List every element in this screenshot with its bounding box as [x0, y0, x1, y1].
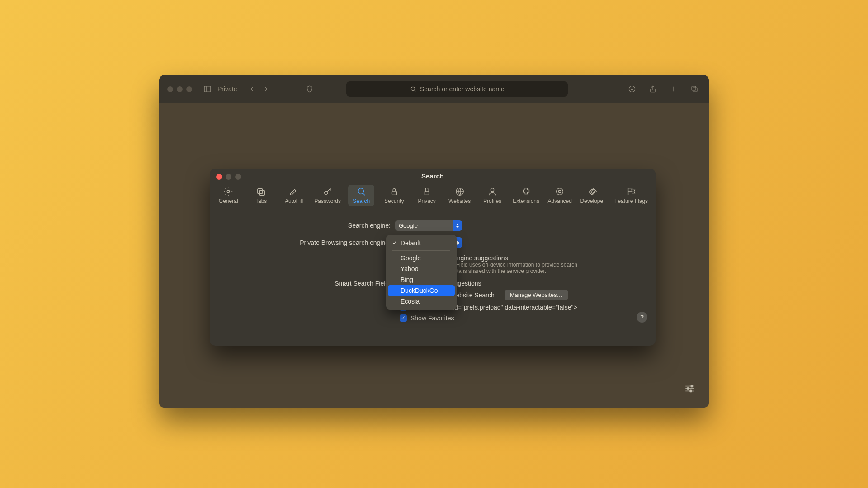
- tab-passwords[interactable]: Passwords: [313, 185, 342, 206]
- smart-search-label: Smart Search Field:: [223, 280, 395, 287]
- address-bar[interactable]: Search or enter website name: [346, 81, 568, 97]
- minimize-window-button[interactable]: [177, 86, 183, 92]
- search-engine-select[interactable]: Google: [395, 220, 462, 231]
- tab-general[interactable]: General: [215, 185, 241, 206]
- tab-security[interactable]: Security: [381, 185, 407, 206]
- forward-button[interactable]: [260, 83, 273, 95]
- svg-rect-0: [204, 86, 211, 92]
- prefs-tabbar: General Tabs AutoFill Passwords Search S…: [210, 182, 656, 210]
- private-badge: Private: [217, 85, 237, 93]
- tab-overview-icon[interactable]: [688, 83, 701, 95]
- manage-websites-button[interactable]: Manage Websites…: [505, 290, 568, 300]
- tab-developer[interactable]: Developer: [579, 185, 606, 206]
- svg-point-21: [358, 188, 364, 194]
- svg-point-15: [687, 388, 689, 389]
- svg-rect-18: [257, 189, 262, 194]
- page-settings-icon[interactable]: [683, 381, 697, 396]
- tab-profiles[interactable]: Profiles: [479, 185, 505, 206]
- window-controls: [167, 86, 192, 92]
- new-tab-icon[interactable]: [667, 83, 680, 95]
- tab-tabs[interactable]: Tabs: [248, 185, 274, 206]
- tab-advanced[interactable]: Advanced: [547, 185, 573, 206]
- dropdown-option-default[interactable]: Default: [388, 238, 455, 249]
- svg-point-26: [558, 190, 561, 193]
- svg-rect-23: [392, 191, 396, 195]
- svg-point-14: [691, 385, 693, 387]
- tab-autofill[interactable]: AutoFill: [281, 185, 307, 206]
- address-placeholder: Search or enter website name: [420, 85, 505, 93]
- help-button[interactable]: ?: [637, 312, 647, 323]
- dropdown-option-google[interactable]: Google: [388, 253, 455, 263]
- tab-search[interactable]: Search: [348, 185, 374, 206]
- svg-point-2: [411, 87, 415, 90]
- svg-point-25: [491, 188, 494, 192]
- private-engine-dropdown: Default Google Yahoo Bing DuckDuckGo Eco…: [386, 235, 457, 310]
- show-favorites-checkbox[interactable]: Show Favorites: [400, 314, 642, 322]
- dropdown-separator: [392, 250, 450, 251]
- browser-toolbar: Private Search or enter website name: [159, 75, 709, 103]
- tab-privacy[interactable]: Privacy: [414, 185, 440, 206]
- dropdown-option-duckduckgo[interactable]: DuckDuckGo: [388, 285, 455, 296]
- svg-line-22: [363, 193, 365, 196]
- svg-rect-9: [692, 86, 696, 90]
- downloads-icon[interactable]: [626, 83, 638, 95]
- prefs-title: Search: [210, 172, 656, 180]
- shield-icon[interactable]: [303, 83, 316, 95]
- svg-point-16: [690, 390, 692, 392]
- private-engine-label: Private Browsing search engine:: [223, 239, 395, 246]
- svg-point-27: [557, 188, 563, 195]
- share-icon[interactable]: [646, 83, 659, 95]
- svg-rect-10: [693, 88, 697, 92]
- chevron-updown-icon: [453, 220, 462, 231]
- tab-feature-flags[interactable]: Feature Flags: [612, 185, 650, 206]
- tab-websites[interactable]: Websites: [446, 185, 472, 206]
- search-engine-label: Search engine:: [223, 222, 395, 229]
- zoom-window-button[interactable]: [186, 86, 192, 92]
- sidebar-toggle-icon[interactable]: [201, 83, 214, 95]
- search-icon: [410, 86, 416, 92]
- back-button[interactable]: [245, 83, 258, 95]
- svg-rect-19: [259, 190, 264, 195]
- tab-extensions[interactable]: Extensions: [512, 185, 540, 206]
- svg-line-3: [414, 90, 415, 91]
- dropdown-option-ecosia[interactable]: Ecosia: [388, 296, 455, 307]
- svg-point-17: [227, 190, 230, 193]
- dropdown-option-bing[interactable]: Bing: [388, 274, 455, 285]
- svg-point-20: [324, 191, 327, 194]
- dropdown-option-yahoo[interactable]: Yahoo: [388, 263, 455, 274]
- close-window-button[interactable]: [167, 86, 173, 92]
